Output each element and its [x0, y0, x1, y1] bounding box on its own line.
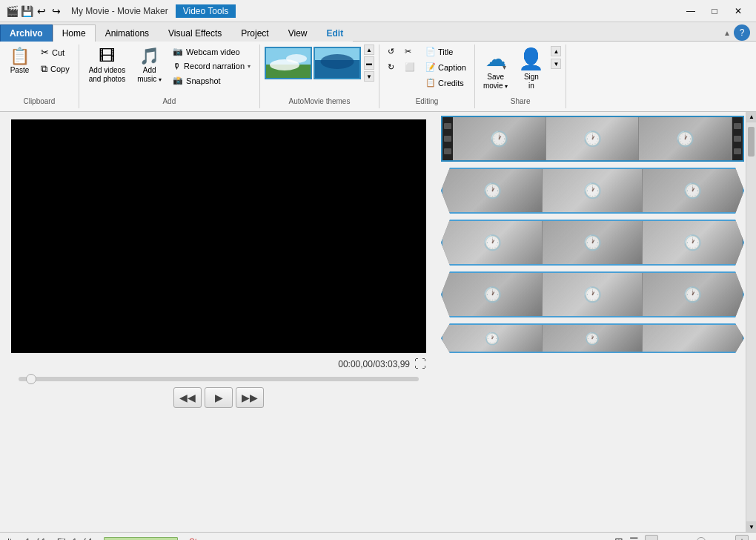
snapshot-button[interactable]: 📸 Snapshot — [168, 73, 255, 88]
close-button[interactable]: ✕ — [726, 4, 750, 19]
theme-scroll-middle[interactable]: ▬ — [364, 56, 374, 70]
trim-btn[interactable]: ✂ — [401, 45, 419, 59]
timeline-track-5[interactable]: 🕐 🕐 — [441, 323, 744, 353]
add-music-icon: 🎵 — [139, 48, 159, 65]
collapse-ribbon-btn[interactable]: ▲ — [723, 29, 731, 37]
editing-col3: 📄 Title 📝 Caption 📋 Credits — [422, 45, 470, 90]
timeline-track-3[interactable]: 🕐 🕐 🕐 — [441, 220, 744, 266]
credits-label: Credits — [438, 79, 464, 88]
add-videos-label: Add videosand photos — [89, 66, 126, 84]
maximize-button[interactable]: □ — [703, 4, 726, 19]
clock-icon-3-2: 🕐 — [583, 234, 602, 251]
stop-button[interactable]: Stop — [189, 537, 206, 541]
split-btn[interactable]: ⬜ — [401, 60, 419, 74]
clock-icon-1-2: 🕐 — [583, 130, 602, 148]
add-label: Add — [79, 96, 259, 107]
tab-visual-effects[interactable]: Visual Effects — [159, 24, 231, 42]
rotate-right-icon: ↻ — [388, 62, 394, 72]
rotate-left-btn[interactable]: ↺ — [384, 45, 398, 59]
sign-in-icon: 👤 — [518, 47, 544, 71]
theme-thumb-1[interactable] — [265, 47, 312, 79]
sign-in-label: Signin — [524, 73, 539, 90]
save-icon[interactable]: 💾 — [21, 5, 33, 17]
share-label: Share — [475, 96, 566, 107]
clock-icon-2-1: 🕐 — [483, 182, 502, 200]
tab-view[interactable]: View — [279, 24, 317, 42]
prev-frame-button[interactable]: ◀◀ — [173, 387, 202, 408]
tab-project[interactable]: Project — [231, 24, 278, 42]
automovie-group: ▲ ▬ ▼ AutoMovie themes — [260, 45, 379, 108]
video-tools-tab: Video Tools — [176, 4, 236, 18]
fullscreen-button[interactable]: ⛶ — [414, 358, 426, 371]
frame-1-1: 🕐 — [453, 117, 546, 160]
timeline-scroll-thumb[interactable] — [748, 127, 755, 157]
tab-animations[interactable]: Animations — [96, 24, 159, 42]
share-items: ☁ ▾ Savemovie ▾ 👤 Signin ▲ ▼ — [480, 45, 561, 102]
theme-scroll-up[interactable]: ▲ — [364, 45, 374, 55]
play-icon: ▶ — [215, 392, 223, 404]
timeline-track-1[interactable]: 🕐 🕐 🕐 — [441, 116, 744, 162]
status-right: ⊞ ☰ − + — [614, 535, 749, 541]
webcam-button[interactable]: 📷 Webcam video — [168, 45, 255, 59]
clipboard-label: Clipboard — [0, 96, 79, 107]
title-button[interactable]: 📄 Title — [422, 45, 470, 59]
timeline-scrollbar[interactable]: ▲ ▼ — [746, 112, 756, 532]
clipboard-group: 📋 Paste ✂ Cut ⧉ Copy Clipboard — [0, 45, 79, 108]
play-button[interactable]: ▶ — [205, 387, 233, 408]
theme-thumb-2[interactable] — [314, 47, 361, 79]
sign-in-button[interactable]: 👤 Signin — [514, 45, 548, 91]
paste-button[interactable]: 📋 Paste — [4, 45, 35, 78]
preview-area: 00:00,00/03:03,99 ⛶ ◀◀ ▶ ▶▶ — [0, 112, 437, 532]
frame-3-2: 🕐 — [543, 221, 643, 264]
theme-scroll: ▲ ▬ ▼ — [364, 45, 374, 82]
paste-label: Paste — [10, 66, 30, 74]
zoom-in-button[interactable]: + — [735, 535, 749, 541]
next-icon: ▶▶ — [242, 392, 258, 404]
record-narration-button[interactable]: 🎙 Record narration ▾ — [168, 59, 255, 73]
theme-scroll-down[interactable]: ▼ — [364, 71, 374, 82]
add-music-button[interactable]: 🎵 Addmusic ▾ — [132, 45, 167, 88]
seek-bar[interactable] — [19, 377, 419, 381]
share-scroll-down[interactable]: ▼ — [551, 59, 561, 69]
tab-edit[interactable]: Edit — [317, 24, 354, 42]
zoom-out-button[interactable]: − — [645, 535, 658, 541]
caption-icon: 📝 — [425, 62, 436, 72]
add-col2: 📷 Webcam video 🎙 Record narration ▾ 📸 Sn… — [168, 45, 255, 98]
undo-icon[interactable]: ↩ — [36, 5, 47, 17]
credits-button[interactable]: 📋 Credits — [422, 76, 470, 90]
progress-bar — [104, 537, 178, 541]
add-videos-button[interactable]: 🎞 Add videosand photos — [84, 45, 131, 88]
cut-button[interactable]: ✂ Cut — [36, 45, 74, 60]
timeline-icon[interactable]: ☰ — [629, 536, 639, 541]
tab-archivo[interactable]: Archivo — [0, 24, 53, 42]
copy-icon: ⧉ — [41, 63, 47, 75]
clock-icon-4-3: 🕐 — [683, 286, 702, 303]
frame-4-3: 🕐 — [643, 273, 743, 316]
redo-icon[interactable]: ↪ — [50, 5, 62, 17]
timeline-track-2[interactable]: 🕐 🕐 🕐 — [441, 168, 744, 214]
preview-time: 00:00,00/03:03,99 ⛶ — [338, 358, 426, 371]
timeline-scroll-down[interactable]: ▼ — [746, 521, 756, 532]
tab-home[interactable]: Home — [53, 24, 96, 42]
caption-button[interactable]: 📝 Caption — [422, 60, 470, 74]
zoom-thumb[interactable] — [697, 537, 706, 541]
trim-icon: ✂ — [405, 47, 411, 56]
seek-thumb[interactable] — [26, 374, 36, 384]
preview-screen — [11, 119, 426, 353]
timeline-track-4[interactable]: 🕐 🕐 🕐 — [441, 271, 744, 317]
timeline-scroll-up[interactable]: ▲ — [746, 112, 756, 122]
clock-icon-5-2: 🕐 — [585, 332, 600, 346]
credits-icon: 📋 — [425, 78, 436, 88]
next-frame-button[interactable]: ▶▶ — [236, 387, 264, 408]
share-scroll-up[interactable]: ▲ — [551, 46, 561, 56]
storyboard-icon[interactable]: ⊞ — [614, 536, 623, 541]
help-button[interactable]: ? — [734, 24, 750, 41]
timeline-area: ▲ ▼ 🕐 🕐 — [437, 112, 756, 532]
rotate-right-btn[interactable]: ↻ — [384, 60, 398, 74]
minimize-button[interactable]: — — [679, 4, 703, 19]
clock-icon-2-3: 🕐 — [683, 182, 702, 200]
record-narration-label: Record narration — [184, 62, 245, 70]
caption-label: Caption — [438, 63, 466, 72]
save-movie-button[interactable]: ☁ ▾ Savemovie ▾ — [480, 45, 511, 91]
copy-button[interactable]: ⧉ Copy — [36, 61, 74, 77]
